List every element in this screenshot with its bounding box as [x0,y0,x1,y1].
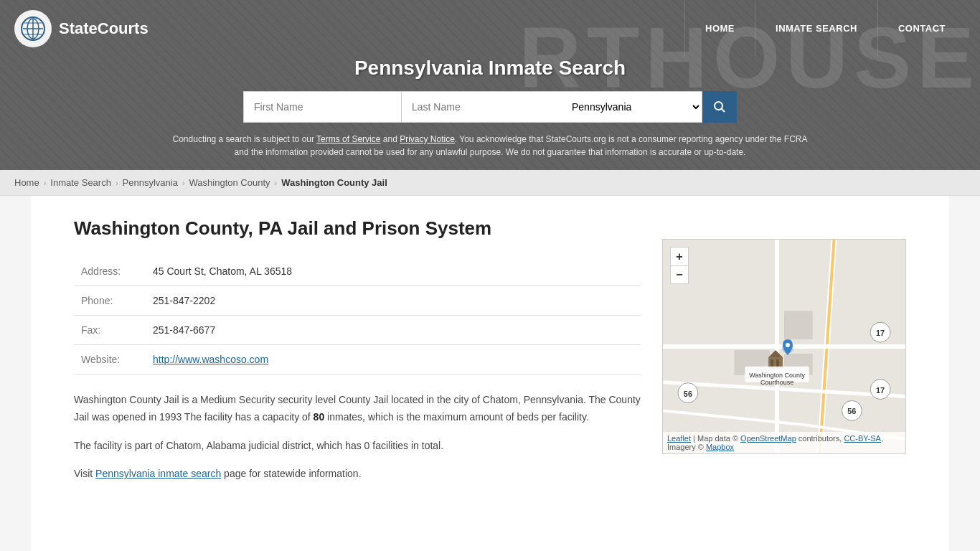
cc-link[interactable]: CC-BY-SA [844,434,881,443]
privacy-link[interactable]: Privacy Notice [400,134,455,144]
description-paragraph-2: The facility is part of Chatom, Alabama … [74,438,641,455]
address-label: Address: [74,257,146,286]
state-search-link[interactable]: Pennsylvania inmate search [95,468,221,479]
logo-svg [20,16,46,42]
table-row-phone: Phone: 251-847-2202 [74,286,641,316]
nav-inmate-search[interactable]: INMATE SEARCH [755,0,877,57]
disclaimer-text: Conducting a search is subject to our Te… [167,133,813,159]
header: RTHOUSE StateCourts HOME INMATE SEARCH C… [0,0,980,170]
breadcrumb-sep-4: › [275,179,278,187]
zoom-in-button[interactable]: + [670,247,689,265]
breadcrumb-county[interactable]: Washington County [189,177,270,188]
website-label: Website: [74,345,146,375]
firstname-input[interactable] [243,91,401,123]
info-table: Address: 45 Court St, Chatom, AL 36518 P… [74,257,641,375]
breadcrumb-state[interactable]: Pennsylvania [123,177,178,188]
header-content: Pennsylvania Inmate Search Select State … [0,57,980,170]
breadcrumb-home[interactable]: Home [14,177,39,188]
main-container: Washington County, PA Jail and Prison Sy… [31,196,949,551]
map-svg: 17 17 56 56 [663,240,905,453]
logo-text: StateCourts [59,19,149,38]
lastname-input[interactable] [401,91,559,123]
svg-point-6 [715,102,722,110]
content-layout: Washington County, PA Jail and Prison Sy… [31,196,949,523]
map-zoom-controls: + − [670,247,689,284]
svg-text:56: 56 [684,390,692,398]
search-bar: Select State AlabamaAlaskaArizona Arkans… [0,91,980,123]
svg-text:Washington County: Washington County [749,372,805,379]
breadcrumb-current: Washington County Jail [281,177,387,188]
svg-point-32 [786,343,790,347]
table-row-address: Address: 45 Court St, Chatom, AL 36518 [74,257,641,286]
breadcrumb-sep-3: › [182,179,185,187]
capacity-value: 80 [314,411,325,423]
breadcrumb-sep-2: › [116,179,118,187]
leaflet-link[interactable]: Leaflet [667,434,691,443]
svg-text:17: 17 [876,386,885,395]
website-value: http://www.washcoso.com [146,345,641,375]
page-title: Pennsylvania Inmate Search [0,57,980,80]
search-button[interactable] [702,91,737,123]
phone-value: 251-847-2202 [146,286,641,316]
osm-link[interactable]: OpenStreetMap [740,434,796,443]
description-paragraph-1: Washington County Jail is a Medium Secur… [74,392,641,426]
breadcrumb: Home › Inmate Search › Pennsylvania › Wa… [0,170,980,196]
logo-icon [14,10,52,47]
terms-link[interactable]: Terms of Service [316,134,380,144]
svg-text:17: 17 [876,329,885,337]
svg-rect-18 [784,311,813,339]
top-navigation: StateCourts HOME INMATE SEARCH CONTACT [0,0,980,57]
map-attribution: Leaflet | Map data © OpenStreetMap contr… [663,432,905,453]
content-right: + − [662,217,906,494]
mapbox-link[interactable]: Mapbox [706,443,734,451]
nav-links: HOME INMATE SEARCH CONTACT [684,0,966,57]
logo-link[interactable]: StateCourts [14,10,149,47]
fax-value: 251-847-6677 [146,316,641,345]
svg-text:Courthouse: Courthouse [760,379,793,386]
address-value: 45 Court St, Chatom, AL 36518 [146,257,641,286]
fax-label: Fax: [74,316,146,345]
table-row-fax: Fax: 251-847-6677 [74,316,641,345]
nav-home[interactable]: HOME [684,0,755,57]
state-select[interactable]: Select State AlabamaAlaskaArizona Arkans… [559,91,702,123]
phone-label: Phone: [74,286,146,316]
svg-line-7 [722,109,725,113]
facility-title: Washington County, PA Jail and Prison Sy… [74,217,641,240]
search-icon [713,100,726,113]
zoom-out-button[interactable]: − [670,265,689,284]
table-row-website: Website: http://www.washcoso.com [74,345,641,375]
nav-contact[interactable]: CONTACT [877,0,966,57]
svg-text:56: 56 [847,407,856,415]
website-link[interactable]: http://www.washcoso.com [153,354,268,365]
breadcrumb-inmate-search[interactable]: Inmate Search [50,177,111,188]
description-paragraph-3: Visit Pennsylvania inmate search page fo… [74,466,641,483]
breadcrumb-sep-1: › [44,179,47,187]
content-left: Washington County, PA Jail and Prison Sy… [74,217,641,494]
map-container: + − [662,239,906,454]
